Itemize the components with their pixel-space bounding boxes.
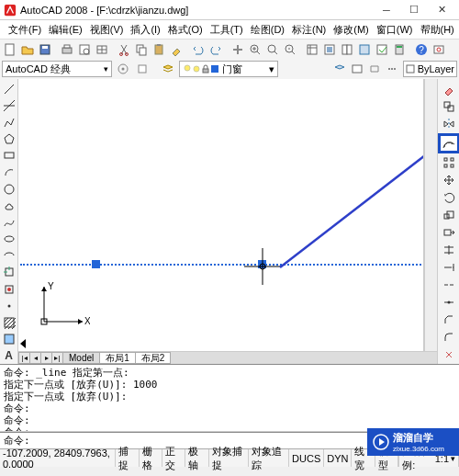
close-button[interactable]: ✕ [428,1,455,19]
join-tool[interactable] [441,294,457,311]
status-ortho[interactable]: 正交 [162,449,185,467]
sheet-set-button[interactable] [356,41,373,58]
menu-insert[interactable]: 插入(I) [128,21,162,39]
menu-modify[interactable]: 修改(M) [330,21,372,39]
match-props-button[interactable] [168,41,185,58]
menu-edit[interactable]: 编辑(E) [46,21,85,39]
explode-tool[interactable] [441,346,457,363]
circle-tool[interactable] [1,181,17,197]
color-select[interactable]: ByLayer [403,61,457,77]
fillet-tool[interactable] [441,329,457,346]
point-tool[interactable] [1,298,17,313]
help-button[interactable]: ? [413,41,430,58]
mirror-tool[interactable] [441,116,457,132]
minimize-button[interactable]: ─ [373,1,400,19]
revcloud-tool[interactable] [1,198,17,213]
copy-tool[interactable] [441,98,457,115]
workspace-save-button[interactable] [134,61,151,77]
menu-window[interactable]: 窗口(W) [374,21,416,39]
gradient-tool[interactable] [1,332,17,347]
menu-format[interactable]: 格式(O) [165,21,206,39]
status-snap[interactable]: 捕捉 [116,449,139,467]
grip-handle[interactable] [92,260,100,268]
paste-button[interactable] [151,41,167,58]
chamfer-tool[interactable] [441,312,457,328]
tab-model[interactable]: Model [62,352,100,364]
ellipse-arc-tool[interactable] [1,248,17,264]
status-coords[interactable]: -107.2009, 28409.7963, 0.0000 [0,449,116,467]
rotate-tool[interactable] [441,189,457,206]
workspace-select[interactable]: AutoCAD 经典 ▾ [2,61,112,77]
hatch-tool[interactable] [1,314,17,330]
tool-palettes-button[interactable] [339,41,355,58]
plot-preview-button[interactable] [76,41,93,58]
save-button[interactable] [37,41,53,58]
markup-button[interactable] [374,41,390,58]
layer-manager-button[interactable] [160,61,176,77]
maximize-button[interactable]: ☐ [400,1,428,19]
stretch-tool[interactable] [441,224,457,241]
copy-button[interactable] [133,41,150,58]
erase-tool[interactable] [441,81,457,97]
status-ducs[interactable]: DUCS [289,449,324,467]
zoom-rt-button[interactable] [247,41,263,58]
calc-button[interactable] [391,41,408,58]
line-tool[interactable] [1,81,17,96]
layer-states-button[interactable] [349,61,365,77]
status-dyn[interactable]: DYN [324,449,352,467]
tab-layout1[interactable]: 布局1 [99,352,136,364]
ellipse-tool[interactable] [1,232,17,247]
layer-select[interactable]: 门窗 ▾ [179,61,278,77]
command-history[interactable]: 命令: _line 指定第一点: 指定下一点或 [放弃(U)]: 1000 指定… [0,365,459,432]
status-otrack[interactable]: 对象追踪 [249,449,289,467]
layer-prev-button[interactable] [331,61,348,77]
menu-help[interactable]: 帮助(H) [418,21,457,39]
polygon-tool[interactable] [1,131,17,147]
dashboard-button[interactable] [431,41,447,58]
status-grid[interactable]: 栅格 [140,449,162,467]
workspace-settings-button[interactable] [115,61,131,77]
menu-file[interactable]: 文件(F) [6,21,44,39]
pan-button[interactable] [230,41,246,58]
undo-button[interactable] [190,41,207,58]
horizontal-scrollbar[interactable] [170,352,437,364]
tab-layout2[interactable]: 布局2 [135,352,172,364]
menu-dim[interactable]: 标注(N) [289,21,329,39]
spline-tool[interactable] [1,214,17,230]
zoom-prev-button[interactable] [282,41,298,58]
properties-button[interactable] [304,41,320,58]
svg-rect-15 [157,44,161,46]
status-osnap[interactable]: 对象捕捉 [209,449,250,467]
new-button[interactable] [2,41,18,58]
svg-rect-61 [444,164,447,167]
status-polar[interactable]: 极轴 [185,449,208,467]
offset-tool[interactable] [438,133,460,153]
rectangle-tool[interactable] [1,148,17,164]
open-button[interactable] [19,41,36,58]
move-tool[interactable] [441,172,457,188]
zoom-window-button[interactable] [264,41,281,58]
make-block-tool[interactable] [1,281,17,297]
print-button[interactable] [59,41,75,58]
menu-view[interactable]: 视图(V) [87,21,127,39]
drawing-canvas[interactable]: Y X [18,79,424,351]
menu-tools[interactable]: 工具(T) [207,21,246,39]
polyline-tool[interactable] [1,114,17,130]
extend-tool[interactable] [441,259,457,276]
insert-block-tool[interactable] [1,265,17,280]
menu-draw[interactable]: 绘图(D) [248,21,287,39]
design-center-button[interactable] [321,41,338,58]
arc-tool[interactable] [1,164,17,180]
cut-button[interactable] [116,41,132,58]
vertical-scrollbar[interactable] [424,79,437,351]
layer-more-button[interactable] [384,61,400,77]
text-tool-A[interactable]: A [1,348,17,364]
xline-tool[interactable] [1,97,17,113]
redo-button[interactable] [207,41,224,58]
layer-iso-button[interactable] [366,61,383,77]
publish-button[interactable] [94,41,110,58]
break-tool[interactable] [441,277,457,293]
array-tool[interactable] [441,154,457,171]
trim-tool[interactable] [441,242,457,258]
scale-tool[interactable] [441,207,457,223]
